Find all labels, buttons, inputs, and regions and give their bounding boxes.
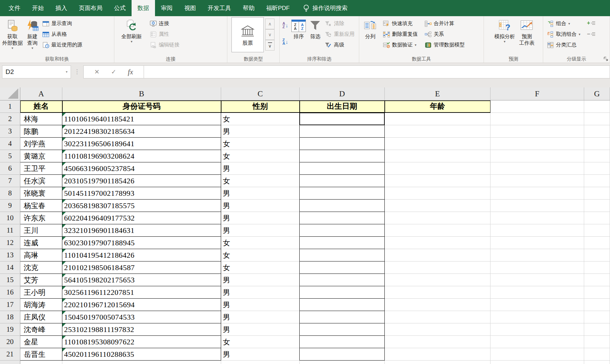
cell-G20[interactable] xyxy=(584,336,610,348)
cell-A3[interactable]: 陈鹏 xyxy=(20,125,62,138)
cell-A21[interactable]: 岳晋生 xyxy=(20,348,62,361)
cell-E6[interactable] xyxy=(385,162,490,175)
row-header-22[interactable]: 22 xyxy=(0,361,20,364)
cell-B14[interactable]: 210102198506184587 xyxy=(62,261,221,274)
cell-C5[interactable]: 女 xyxy=(221,150,300,162)
row-header-2[interactable]: 2 xyxy=(0,113,20,125)
row-header-6[interactable]: 6 xyxy=(0,162,20,175)
ungroup-button[interactable]: 取消组合 ▾ xyxy=(545,29,582,40)
cell-B13[interactable]: 110104195412186426 xyxy=(62,249,221,261)
cell-C21[interactable]: 男 xyxy=(221,348,300,361)
row-header-17[interactable]: 17 xyxy=(0,299,20,311)
row-header-18[interactable]: 18 xyxy=(0,311,20,323)
row-header-5[interactable]: 5 xyxy=(0,150,20,162)
row-header-11[interactable]: 11 xyxy=(0,224,20,237)
cell-G2[interactable] xyxy=(584,113,610,125)
cell-D21[interactable] xyxy=(300,348,385,361)
cell-B11[interactable]: 323210196901184631 xyxy=(62,224,221,237)
cell-C9[interactable]: 男 xyxy=(221,200,300,212)
cell-G8[interactable] xyxy=(584,187,610,200)
cell-G22[interactable] xyxy=(584,361,610,364)
cell-E22[interactable] xyxy=(385,361,490,364)
tab-插入[interactable]: 插入 xyxy=(50,0,73,16)
cell-E10[interactable] xyxy=(385,212,490,224)
col-header-C[interactable]: C xyxy=(221,87,300,100)
cell-B19[interactable]: 253102198811197832 xyxy=(62,323,221,336)
tab-审阅[interactable]: 审阅 xyxy=(155,0,178,16)
cell-G13[interactable] xyxy=(584,249,610,261)
cell-B3[interactable]: 201224198302185634 xyxy=(62,125,221,138)
cell-E21[interactable] xyxy=(385,348,490,361)
cell-E15[interactable] xyxy=(385,274,490,286)
tab-视图[interactable]: 视图 xyxy=(178,0,202,16)
cell-E9[interactable] xyxy=(385,200,490,212)
col-header-B[interactable]: B xyxy=(62,87,221,100)
tab-福昕PDF[interactable]: 福昕PDF xyxy=(260,0,296,16)
cell-G3[interactable] xyxy=(584,125,610,138)
recent-sources-button[interactable]: 最近使用的源 xyxy=(41,40,84,50)
cell-F14[interactable] xyxy=(490,261,584,274)
cell-C14[interactable]: 女 xyxy=(221,261,300,274)
cell-A22[interactable] xyxy=(20,361,62,364)
enter-icon[interactable]: ✓ xyxy=(111,68,116,76)
col-header-A[interactable]: A xyxy=(20,87,62,100)
cell-A12[interactable]: 连威 xyxy=(20,237,62,249)
cell-F3[interactable] xyxy=(490,125,584,138)
cell-A4[interactable]: 刘学燕 xyxy=(20,138,62,150)
formula-input[interactable] xyxy=(144,65,610,78)
from-table-button[interactable]: 从表格 xyxy=(41,29,84,40)
row-header-19[interactable]: 19 xyxy=(0,323,20,336)
cell-D14[interactable] xyxy=(300,261,385,274)
tab-开发工具[interactable]: 开发工具 xyxy=(202,0,237,16)
formula-bar-separator-dots[interactable]: ⋮ xyxy=(74,68,80,75)
col-header-E[interactable]: E xyxy=(385,87,490,100)
cell-A20[interactable]: 金星 xyxy=(20,336,62,348)
cell-C22[interactable] xyxy=(221,361,300,364)
cell-A16[interactable]: 王小明 xyxy=(20,286,62,299)
cell-F7[interactable] xyxy=(490,175,584,187)
filter-button[interactable]: 筛选 xyxy=(307,17,323,55)
subtotal-button[interactable]: 分类汇总 xyxy=(545,40,582,50)
cell-A18[interactable]: 庄凤仪 xyxy=(20,311,62,323)
cell-G9[interactable] xyxy=(584,200,610,212)
cell-D8[interactable] xyxy=(300,187,385,200)
cell-D10[interactable] xyxy=(300,212,385,224)
cell-C19[interactable]: 男 xyxy=(221,323,300,336)
cell-C3[interactable]: 男 xyxy=(221,125,300,138)
row-header-3[interactable]: 3 xyxy=(0,125,20,138)
row-header-10[interactable]: 10 xyxy=(0,212,20,224)
clear-filter-button[interactable]: 清除 xyxy=(323,18,356,29)
cell-G7[interactable] xyxy=(584,175,610,187)
show-queries-button[interactable]: 显示查询 xyxy=(41,18,84,29)
cell-D13[interactable] xyxy=(300,249,385,261)
gallery-more-button[interactable]: ∨ xyxy=(265,40,275,51)
hide-detail-button[interactable]: − xyxy=(587,31,596,37)
cell-B16[interactable]: 302561196112207851 xyxy=(62,286,221,299)
get-external-data-button[interactable]: 获取 外部数据 ▾ xyxy=(1,17,24,55)
cell-C1[interactable]: 性别 xyxy=(221,100,300,113)
cell-G10[interactable] xyxy=(584,212,610,224)
cell-E17[interactable] xyxy=(385,299,490,311)
cell-D18[interactable] xyxy=(300,311,385,323)
cell-G21[interactable] xyxy=(584,348,610,361)
cell-E5[interactable] xyxy=(385,150,490,162)
tab-开始[interactable]: 开始 xyxy=(26,0,50,16)
cell-F16[interactable] xyxy=(490,286,584,299)
row-header-16[interactable]: 16 xyxy=(0,286,20,299)
row-header-7[interactable]: 7 xyxy=(0,175,20,187)
sort-button[interactable]: ZA AZ 排序 xyxy=(290,17,307,55)
cell-D9[interactable] xyxy=(300,200,385,212)
cell-A1[interactable]: 姓名 xyxy=(20,100,62,113)
properties-button[interactable]: 属性 xyxy=(148,29,181,40)
row-header-20[interactable]: 20 xyxy=(0,336,20,348)
cell-A8[interactable]: 张晓寰 xyxy=(20,187,62,200)
stocks-button[interactable]: 股票 xyxy=(231,17,264,52)
cell-E19[interactable] xyxy=(385,323,490,336)
cell-F20[interactable] xyxy=(490,336,584,348)
advanced-filter-button[interactable]: 高级 xyxy=(323,40,356,50)
cell-E12[interactable] xyxy=(385,237,490,249)
cell-E8[interactable] xyxy=(385,187,490,200)
gallery-up-button[interactable]: ∧ xyxy=(265,19,275,29)
relationships-button[interactable]: 关系 xyxy=(423,29,466,40)
cell-G18[interactable] xyxy=(584,311,610,323)
